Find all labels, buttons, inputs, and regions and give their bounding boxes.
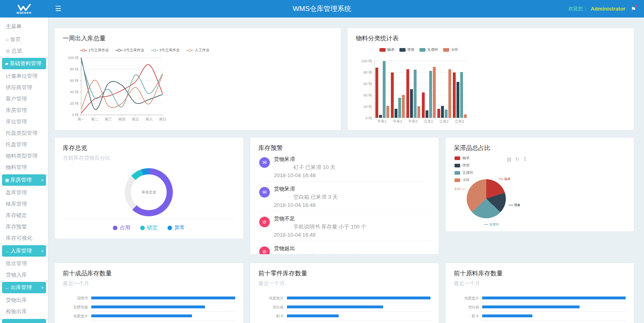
hbar-value[interactable] xyxy=(91,314,192,317)
bar-支撑环[interactable] xyxy=(460,72,463,118)
hbar-value[interactable] xyxy=(287,297,431,299)
legend-item-轴承[interactable]: 轴承 xyxy=(454,156,473,161)
sidebar-item-label: 首页 xyxy=(10,36,21,42)
sidebar-item-入库管理[interactable]: →入库管理∨ xyxy=(2,245,46,257)
bar-弹簧[interactable] xyxy=(441,106,444,118)
bar-轴承[interactable] xyxy=(453,73,456,118)
chevron-down-icon: ∨ xyxy=(41,249,44,253)
bar-支撑环[interactable] xyxy=(445,110,448,118)
legend-item-3号立库作业[interactable]: 3号立库作业 xyxy=(151,48,180,53)
sidebar-item-cutoff[interactable] xyxy=(2,319,46,323)
hbar-value[interactable] xyxy=(91,305,205,308)
bar-弹簧[interactable] xyxy=(395,109,397,118)
bar-支撑环[interactable] xyxy=(383,61,386,118)
bar-group-平库2 xyxy=(390,61,406,118)
sidebar-item-批次管理[interactable]: 批次管理 xyxy=(0,258,48,269)
download-icon[interactable]: ↧ xyxy=(523,156,527,162)
bar-轴承[interactable] xyxy=(422,92,425,118)
bar-弹簧[interactable] xyxy=(379,115,382,118)
hbar-value[interactable] xyxy=(482,314,532,317)
hbar-value[interactable] xyxy=(482,297,626,299)
legend-item-2号立库作业[interactable]: 2号立库作业 xyxy=(115,48,144,53)
username[interactable]: Administrator xyxy=(591,6,625,12)
bar-轴承[interactable] xyxy=(437,109,440,118)
sidebar-nav: ⌂首页◎总览▰基础资料管理计量单位管理供应商管理客户管理库房管理库位管理托盘类型… xyxy=(0,34,48,317)
sidebar-item-移库管理[interactable]: 移库管理 xyxy=(0,198,48,210)
bar-弹簧[interactable] xyxy=(457,82,459,118)
hbar-value[interactable] xyxy=(91,297,235,299)
sidebar-item-库房管理[interactable]: ▣库房管理∨ xyxy=(2,174,46,186)
bar-支撑环[interactable] xyxy=(414,70,417,118)
sidebar-item-库位管理[interactable]: 库位管理 xyxy=(0,116,48,127)
donut-chart: 库存总览 xyxy=(125,168,173,216)
hbar-value[interactable] xyxy=(287,314,339,317)
legend-item-锁定[interactable]: 锁定 xyxy=(140,224,158,231)
sidebar-item-库存锁定[interactable]: 库存锁定 xyxy=(0,210,48,221)
bar-弹簧[interactable] xyxy=(410,89,413,118)
notification-flag-icon[interactable]: ⚑ xyxy=(631,6,636,12)
legend-item-占用[interactable]: 占用 xyxy=(113,224,130,231)
sidebar-item-基础资料管理[interactable]: ▰基础资料管理 xyxy=(2,58,46,69)
bar-卡环[interactable] xyxy=(433,67,436,118)
alert-item[interactable]: ⊘货物超出硬纸板 库存量 大于 300 个2018-10-04 16:48 xyxy=(258,241,431,255)
bar-卡环[interactable] xyxy=(417,106,420,118)
hbar-label: 说明书 xyxy=(454,321,482,323)
bar-弹簧[interactable] xyxy=(426,110,428,118)
x-axis-label: 立库2 xyxy=(436,119,452,124)
logo-icon xyxy=(17,4,31,11)
sidebar-item-货物出库[interactable]: 货物出库 xyxy=(0,294,48,306)
legend-label: 异常 xyxy=(174,224,185,231)
sidebar-item-库存可视化[interactable]: 库存可视化 xyxy=(0,233,48,244)
sidebar-item-出库管理[interactable]: ←出库管理∨ xyxy=(2,282,46,293)
bar-卡环[interactable] xyxy=(402,95,405,118)
alert-time: 2018-10-04 16:48 xyxy=(274,232,431,238)
legend-item-弹簧[interactable]: 弹簧 xyxy=(454,163,473,168)
legend-item-异常[interactable]: 异常 xyxy=(168,224,185,231)
hbar-label: 说明书 xyxy=(258,321,287,323)
sidebar-item-首页[interactable]: ⌂首页 xyxy=(0,34,48,45)
hbar-value[interactable] xyxy=(482,305,580,308)
inbound-icon: → xyxy=(5,248,9,253)
bar-卡环[interactable] xyxy=(386,106,389,118)
sidebar-item-盘库管理[interactable]: 盘库管理 xyxy=(0,187,48,198)
legend-item-支撑环[interactable]: 支撑环 xyxy=(419,47,438,53)
refresh-icon[interactable]: ↻ xyxy=(515,156,519,162)
hamburger-icon[interactable]: ☰ xyxy=(55,4,61,13)
card-inventory-alerts: 库存预警 ✉货物呆滞钉子 已呆滞 10 天2018-10-04 16:48✉货物… xyxy=(250,137,439,255)
data-view-icon[interactable]: ▤ xyxy=(507,156,511,162)
hbar-value[interactable] xyxy=(287,305,383,308)
bar-支撑环[interactable] xyxy=(429,71,432,118)
legend-item-弹簧[interactable]: 弹簧 xyxy=(399,47,415,53)
legend-item-卡环[interactable]: 卡环 xyxy=(454,178,473,183)
legend-item-卡环[interactable]: 卡环 xyxy=(443,47,458,53)
alert-item[interactable]: ⊘货物不足手机说明书 库存量 小于 100 个2018-10-04 16:48 xyxy=(258,211,431,241)
hbar-track xyxy=(287,312,431,321)
alert-item[interactable]: ✉货物呆滞钉子 已呆滞 10 天2018-10-04 16:48 xyxy=(258,152,431,182)
bar-卡环[interactable] xyxy=(448,69,451,118)
sidebar-item-库存预警[interactable]: 库存预警 xyxy=(0,221,48,233)
legend-item-轴承[interactable]: 轴承 xyxy=(379,47,395,53)
svg-text:100 吨: 100 吨 xyxy=(68,56,79,60)
sidebar-item-托盘类型管理[interactable]: 托盘类型管理 xyxy=(0,127,48,139)
sidebar-item-总览[interactable]: ◎总览 xyxy=(0,45,48,57)
alert-item[interactable]: ✉货物呆滞空白箱 已呆滞 3 天2018-10-04 16:48 xyxy=(258,182,431,211)
sidebar-item-货物入库[interactable]: 货物入库 xyxy=(0,269,48,281)
sidebar-item-label: 货物入库 xyxy=(6,272,27,278)
bar-支撑环[interactable] xyxy=(398,98,401,118)
legend-item-支撑环[interactable]: 支撑环 xyxy=(454,170,473,176)
legend-item-人工作业[interactable]: 人工作业 xyxy=(186,48,210,53)
hbar-label: 空白箱 xyxy=(258,303,287,312)
sidebar-item-客户管理[interactable]: 客户管理 xyxy=(0,93,48,105)
bar-轴承[interactable] xyxy=(391,73,394,118)
sidebar-item-计量单位管理[interactable]: 计量单位管理 xyxy=(0,70,48,82)
bar-轴承[interactable] xyxy=(375,68,378,118)
sidebar-item-托盘管理[interactable]: 托盘管理 xyxy=(0,139,48,150)
legend-item-1号立库作业[interactable]: 1号立库作业 xyxy=(80,48,109,53)
bar-轴承[interactable] xyxy=(406,69,409,118)
sidebar-item-物料类型管理[interactable]: 物料类型管理 xyxy=(0,150,48,162)
bar-卡环[interactable] xyxy=(464,114,467,118)
sidebar-item-物料管理[interactable]: 物料管理 xyxy=(0,162,48,173)
sidebar-item-供应商管理[interactable]: 供应商管理 xyxy=(0,82,48,93)
sidebar-item-检验出库[interactable]: 检验出库 xyxy=(0,306,48,317)
sidebar-item-库房管理[interactable]: 库房管理 xyxy=(0,105,48,116)
